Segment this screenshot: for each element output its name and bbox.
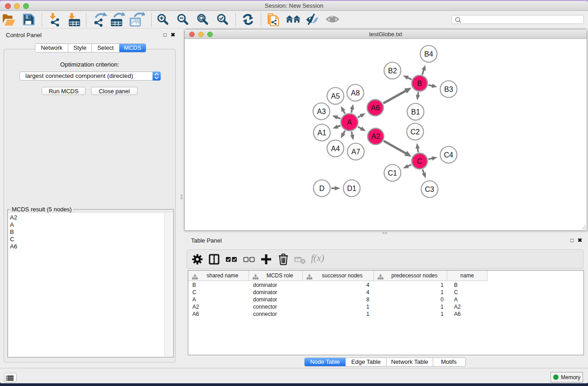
svg-text:A7: A7 (351, 148, 360, 156)
svg-text:B3: B3 (444, 86, 453, 93)
svg-text:B2: B2 (388, 67, 397, 75)
svg-text:A6: A6 (371, 104, 380, 112)
svg-text:A1: A1 (317, 129, 326, 137)
svg-text:A5: A5 (331, 92, 340, 100)
svg-text:C3: C3 (425, 186, 435, 193)
svg-text:D1: D1 (347, 185, 357, 192)
svg-text:Memory: Memory (561, 374, 580, 381)
svg-text:D: D (319, 185, 325, 192)
svg-text:A: A (347, 119, 352, 126)
svg-text:B: B (417, 80, 422, 87)
svg-text:C: C (417, 157, 422, 165)
svg-text:A8: A8 (351, 89, 360, 97)
svg-text:A4: A4 (331, 145, 340, 152)
svg-text:A2: A2 (371, 133, 380, 140)
svg-text:C1: C1 (388, 169, 397, 177)
svg-text:B4: B4 (424, 50, 433, 58)
svg-text:C4: C4 (444, 151, 454, 159)
svg-text:C2: C2 (411, 128, 420, 136)
svg-text:B1: B1 (411, 108, 420, 116)
svg-text:A3: A3 (317, 108, 326, 115)
